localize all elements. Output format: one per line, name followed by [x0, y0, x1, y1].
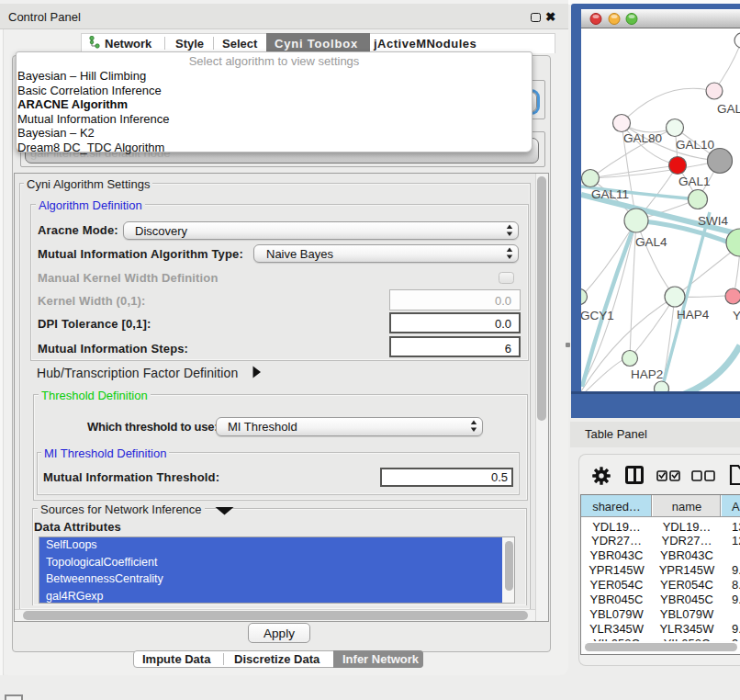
- svg-text:GAL80: GAL80: [623, 131, 662, 145]
- svg-text:Y: Y: [733, 309, 740, 322]
- svg-text:GAL: GAL: [717, 102, 740, 116]
- svg-text:SWI4: SWI4: [698, 214, 728, 228]
- svg-text:GAL10: GAL10: [676, 138, 714, 152]
- svg-text:GAL4: GAL4: [635, 235, 667, 249]
- svg-text:HAP4: HAP4: [677, 308, 710, 322]
- svg-text:GCY1: GCY1: [581, 309, 614, 322]
- svg-text:GAL11: GAL11: [591, 187, 629, 201]
- svg-text:GAL1: GAL1: [678, 175, 711, 188]
- svg-text:HAP2: HAP2: [631, 367, 663, 381]
